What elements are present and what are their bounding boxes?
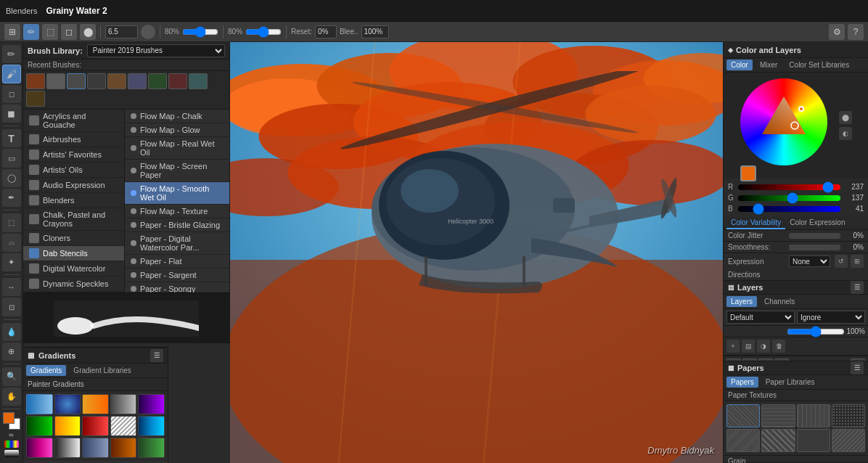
canvas-image[interactable]: Helicopter 3000 Dmytro Bidnyak xyxy=(230,42,723,463)
pen-tool-btn[interactable]: ✒ xyxy=(2,189,21,207)
cat-dynamic[interactable]: Dynamic Speckles xyxy=(23,276,124,292)
brush-item-5[interactable]: Flow Map - Texture xyxy=(125,205,229,218)
grad-swatch-1[interactable] xyxy=(26,394,53,414)
brush-size-input[interactable] xyxy=(105,25,138,38)
recent-brush-7[interactable] xyxy=(148,73,167,89)
cat-blenders[interactable]: Blenders xyxy=(23,193,124,208)
cat-digital-wc[interactable]: Digital Watercolor xyxy=(23,261,124,276)
saturation-icon[interactable]: ◐ xyxy=(839,127,852,140)
lasso-tool-btn[interactable]: ⌓ xyxy=(2,234,21,252)
channels-tab[interactable]: Channels xyxy=(760,296,799,307)
active-color-swatch[interactable] xyxy=(740,165,756,181)
magic-wand-tool-btn[interactable]: ✦ xyxy=(2,253,21,271)
grad-swatch-4[interactable] xyxy=(110,394,137,414)
brush-item-8[interactable]: Paper - Flat xyxy=(125,255,229,269)
transform-tool-btn[interactable]: ↔ xyxy=(2,278,21,296)
composite-select[interactable]: Ignore Normal xyxy=(797,311,865,324)
cat-chalk[interactable]: Chalk, Pastel and Crayons xyxy=(23,208,124,231)
layers-tab[interactable]: Layers xyxy=(726,296,757,307)
paper-2[interactable] xyxy=(761,404,795,427)
freehand-tool-btn[interactable]: ✏ xyxy=(2,45,21,63)
color-wheel-container[interactable]: ⬤ ◐ xyxy=(724,73,868,179)
color-expression-tab[interactable]: Color Expression xyxy=(785,217,849,229)
color-tab[interactable]: Color xyxy=(726,60,753,70)
recent-brush-1[interactable] xyxy=(26,73,45,89)
mask-layer-btn[interactable]: ◑ xyxy=(757,340,770,353)
fill-tool-btn[interactable]: ◼ xyxy=(2,105,21,123)
hand-tool-btn[interactable]: ✋ xyxy=(2,388,21,406)
paper-8[interactable] xyxy=(832,429,865,452)
grad-swatch-9[interactable] xyxy=(110,416,137,436)
papers-menu-btn[interactable]: ☰ xyxy=(851,361,864,374)
recent-brush-8[interactable] xyxy=(168,73,187,89)
paper-6[interactable] xyxy=(761,429,795,452)
eyedropper-tool-btn[interactable]: 💧 xyxy=(2,323,21,341)
grad-swatch-2[interactable] xyxy=(54,394,81,414)
color-cursor[interactable] xyxy=(798,106,804,112)
group-layer-btn[interactable]: ▤ xyxy=(742,340,755,353)
shape-oval-tool-btn[interactable]: ◯ xyxy=(2,169,21,187)
delete-layer-btn[interactable]: 🗑 xyxy=(772,340,785,353)
recent-brush-10[interactable] xyxy=(26,91,45,107)
color-wheel-wrapper[interactable] xyxy=(740,78,835,173)
expr-icon-2[interactable]: ⊞ xyxy=(851,255,864,268)
grad-swatch-3[interactable] xyxy=(82,394,109,414)
brush-item-1[interactable]: Flow Map - Glow xyxy=(125,123,229,137)
b-slider[interactable] xyxy=(738,206,840,212)
cat-audio-expr[interactable]: Audio Expression xyxy=(23,178,124,193)
layer-opacity-slider[interactable] xyxy=(787,328,845,335)
smoothness-slider[interactable] xyxy=(789,245,840,250)
crop-tool-btn[interactable]: ⊡ xyxy=(2,298,21,316)
magnifier-tool-btn[interactable]: 🔍 xyxy=(2,367,21,385)
paper-4[interactable] xyxy=(832,404,865,427)
g-slider[interactable] xyxy=(738,195,840,201)
paper-5[interactable] xyxy=(726,429,760,452)
paper-3[interactable] xyxy=(797,404,830,427)
gradient-libraries-tab[interactable]: Gradient Libraries xyxy=(69,365,135,376)
grad-swatch-5[interactable] xyxy=(138,394,165,414)
clone-tool-btn[interactable]: ⊕ xyxy=(2,343,21,361)
canvas-area[interactable]: Helicopter 3000 Dmytro Bidnyak xyxy=(230,42,723,463)
cat-artists-fav[interactable]: Artists' Favorites xyxy=(23,147,124,163)
shape-rect-tool-btn[interactable]: ▭ xyxy=(2,149,21,167)
blee-input[interactable] xyxy=(361,25,389,38)
recent-brush-3[interactable] xyxy=(67,73,86,89)
cat-artists-oils[interactable]: Artists' Oils xyxy=(23,163,124,178)
help-icon[interactable]: ? xyxy=(848,24,864,40)
expr-icon-1[interactable]: ↺ xyxy=(835,255,848,268)
grad-swatch-13[interactable] xyxy=(82,438,109,458)
paper-7[interactable] xyxy=(797,429,830,452)
brush-library-select[interactable]: Painter 2019 Brushes xyxy=(87,44,225,57)
settings-icon[interactable]: ⚙ xyxy=(829,24,845,40)
bleed-slider[interactable] xyxy=(245,27,282,37)
grad-swatch-12[interactable] xyxy=(54,438,81,458)
r-slider[interactable] xyxy=(738,184,840,190)
gray-ramp[interactable] xyxy=(4,450,19,457)
papers-tab[interactable]: Papers xyxy=(726,377,758,388)
paper-1[interactable] xyxy=(726,404,760,427)
swap-colors-btn[interactable]: ⇆ xyxy=(9,432,14,438)
cat-airbrushes[interactable]: Airbrushes xyxy=(23,132,124,147)
select-rect-tool-btn[interactable]: ⬚ xyxy=(2,213,21,232)
recent-brush-2[interactable] xyxy=(46,73,65,89)
grad-swatch-7[interactable] xyxy=(54,416,81,436)
recent-brush-5[interactable] xyxy=(107,73,126,89)
brush-item-3[interactable]: Flow Map - Screen Paper xyxy=(125,160,229,182)
cat-cloners[interactable]: Cloners xyxy=(23,231,124,246)
brush-item-6[interactable]: Paper - Bristle Glazing xyxy=(125,218,229,232)
layers-menu-btn[interactable]: ☰ xyxy=(851,281,864,294)
blend-mode-select[interactable]: Default Multiply Screen xyxy=(726,311,795,324)
cat-acrylics[interactable]: Acrylics and Gouache xyxy=(23,110,124,132)
brush-item-9[interactable]: Paper - Sargent xyxy=(125,269,229,282)
reset-input[interactable] xyxy=(315,25,337,38)
shape-icon[interactable]: ◻ xyxy=(61,24,77,40)
grad-swatch-8[interactable] xyxy=(82,416,109,436)
brush-item-0[interactable]: Flow Map - Chalk xyxy=(125,110,229,123)
brush-item-7[interactable]: Paper - Digital Watercolor Par... xyxy=(125,232,229,255)
color-jitter-slider[interactable] xyxy=(789,233,840,239)
expression-select[interactable]: None xyxy=(789,255,830,267)
select-icon[interactable]: ⬚ xyxy=(42,24,58,40)
grad-swatch-14[interactable] xyxy=(110,438,137,458)
color-icon[interactable]: ⬤ xyxy=(80,24,96,40)
color-spectrum[interactable] xyxy=(4,441,19,448)
